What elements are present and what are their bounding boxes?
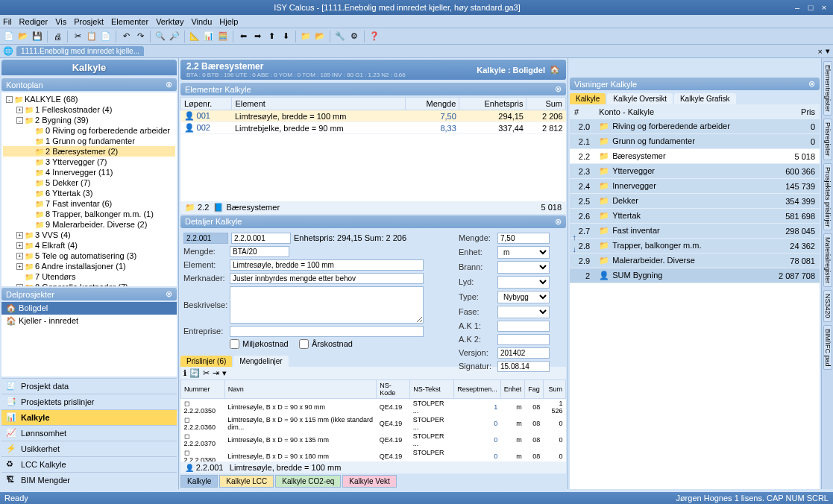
side-tab[interactable]: Materialregister — [823, 233, 832, 287]
tree-node[interactable]: 📁4 Innervegger (11) — [3, 167, 175, 177]
side-tab[interactable]: BIM/IFC pad — [823, 325, 832, 371]
bottom-tab[interactable]: Kalkyle LCC — [219, 475, 274, 488]
prislinjer-table[interactable]: NummerNavnNS-KodeNS-TekstReseptmen...Enh… — [180, 379, 566, 462]
mengde2-field[interactable] — [497, 233, 550, 244]
side-tab[interactable]: Prisregister — [823, 119, 832, 160]
tree-node[interactable]: 📁5 Dekker (7) — [3, 177, 175, 188]
nav-item-prosjekt-data[interactable]: 🧾Prosjekt data — [1, 378, 177, 394]
indent-icon[interactable]: ⇥ — [213, 368, 219, 378]
code1-field[interactable] — [183, 233, 228, 244]
side-tab[interactable]: Prosjektets prislinjer — [823, 163, 832, 231]
tree-node[interactable]: 📁1 Grunn og fundamenter — [3, 136, 175, 146]
toolbar-icon[interactable]: ↶ — [120, 31, 132, 42]
nav-item-usikkerhet[interactable]: ⚡Usikkerhet — [1, 441, 177, 456]
nav-item-prosjektets-prislinjer[interactable]: 📑Prosjektets prislinjer — [1, 394, 177, 409]
toolbar-icon[interactable]: 📄 — [100, 31, 112, 42]
menu-elementer[interactable]: Elementer — [111, 17, 148, 26]
visninger-table[interactable]: #Konto - KalkylePris2.0📁Riving og forber… — [570, 104, 820, 489]
menu-vindu[interactable]: Vindu — [191, 17, 212, 26]
toolbar-icon[interactable]: 🖨 — [51, 31, 63, 42]
visning-row[interactable]: 2.0📁Riving og forberedende arbeider0 — [570, 119, 820, 134]
arskostnad-checkbox[interactable] — [299, 339, 309, 349]
bottom-tab[interactable]: Kalkyle CO2-eq — [275, 475, 341, 488]
browser-icon[interactable]: 🌐 — [3, 46, 13, 56]
menu-hjelp[interactable]: Hjelp — [219, 17, 238, 26]
tree-node[interactable]: +📁3 VVS (4) — [3, 230, 175, 240]
mengde-field[interactable] — [230, 246, 289, 257]
nav-item-lønnsomhet[interactable]: 📈Lønnsomhet — [1, 425, 177, 441]
fase-select[interactable] — [497, 306, 550, 318]
collapse-icon[interactable]: ⊗ — [808, 79, 815, 89]
minimize-icon[interactable]: – — [791, 2, 803, 13]
collapse-icon[interactable]: ⊗ — [166, 289, 172, 299]
toolbar-icon[interactable]: ⬆ — [265, 31, 277, 42]
subtab[interactable]: Mengdelinjer — [233, 356, 288, 367]
delprosjekt-row[interactable]: 🏠 Kjeller - innredet — [1, 315, 177, 327]
tree-node[interactable]: +📁5 Tele og automatisering (3) — [3, 251, 175, 261]
tree-node[interactable]: 📁3 Yttervegger (7) — [3, 157, 175, 167]
toolbar-icon[interactable]: 📂 — [17, 31, 29, 42]
code2-field[interactable] — [231, 233, 291, 244]
tree-node[interactable]: -📁2 Bygning (39) — [3, 115, 175, 125]
miljokostnad-checkbox[interactable] — [230, 339, 239, 349]
tree-node[interactable]: +📁8 Generelle kostnader (7) — [3, 282, 175, 286]
toolbar-icon[interactable]: 🔍 — [154, 31, 166, 42]
toolbar-icon[interactable]: ⚙ — [348, 31, 360, 42]
visning-row[interactable]: 2.6📁Yttertak581 698 — [570, 209, 820, 224]
versjon-field[interactable] — [497, 347, 550, 359]
visning-tab[interactable]: Kalkyle Oversikt — [607, 93, 673, 104]
collapse-icon[interactable]: ⊗ — [555, 217, 562, 227]
toolbar-icon[interactable]: ❓ — [368, 31, 380, 42]
beskrivelse-field[interactable] — [230, 286, 424, 324]
side-tab[interactable]: Elementregister — [823, 61, 832, 116]
menu-prosjekt[interactable]: Prosjekt — [74, 17, 104, 26]
collapse-icon[interactable]: ⊗ — [555, 84, 562, 94]
tree-node[interactable]: 📁0 Riving og forberedende arbeider — [3, 125, 175, 136]
maximize-icon[interactable]: □ — [805, 2, 817, 13]
tree-node[interactable]: +📁1 Felleskostnader (4) — [3, 104, 175, 115]
ak2-field[interactable] — [497, 334, 550, 345]
toolbar-icon[interactable]: 🧮 — [217, 31, 229, 42]
menu-rediger[interactable]: Rediger — [19, 17, 48, 26]
type-select[interactable]: Nybygg — [497, 291, 550, 303]
visning-tab[interactable]: Kalkyle Grafisk — [674, 93, 736, 104]
prislinje-row[interactable]: ◻ 2.2.2.0380Limtresøyle, B x D = 90 x 18… — [181, 448, 566, 462]
visning-row[interactable]: 2.1📁Grunn og fundamenter0 — [570, 134, 820, 149]
ak1-field[interactable] — [497, 321, 550, 332]
elementer-table[interactable]: Løpenr.ElementMengdeEnhetsprisSum👤 001Li… — [180, 97, 566, 214]
toolbar-icon[interactable]: 📄 — [3, 31, 15, 42]
nav-item-bim-mengder[interactable]: 🏗BIM Mengder — [1, 472, 177, 488]
dropdown-icon[interactable]: ▾ — [826, 46, 830, 56]
visning-row[interactable]: 2.9📁Malerarbeider. Diverse78 081 — [570, 253, 820, 268]
toolbar-icon[interactable]: 📊 — [203, 31, 215, 42]
side-tab[interactable]: NS3420 — [823, 290, 832, 322]
dropdown-icon[interactable]: ▾ — [222, 368, 227, 378]
tree-node[interactable]: -📁KALKYLE (68) — [3, 94, 175, 104]
merknader-field[interactable] — [230, 273, 424, 284]
entreprise-field[interactable] — [230, 326, 424, 337]
tree-node[interactable]: 📁6 Yttertak (3) — [3, 188, 175, 198]
tree-node[interactable]: 📁7 Utendørs — [3, 271, 175, 282]
tree-node[interactable]: 📁2 Bæresystemer (2) — [3, 146, 175, 157]
collapse-icon[interactable]: ⊗ — [166, 80, 172, 89]
tree-node[interactable]: +📁6 Andre installasjoner (1) — [3, 261, 175, 271]
toolbar-icon[interactable]: ⬇ — [280, 31, 292, 42]
toolbar-icon[interactable]: 🔧 — [334, 31, 346, 42]
prislinje-row[interactable]: ◻ 2.2.2.0370Limtresøyle, B x D = 90 x 13… — [181, 432, 566, 448]
bottom-tab[interactable]: Kalkyle Vekt — [342, 475, 396, 488]
visning-row[interactable]: 2.2📁Bæresystemer5 018 — [570, 149, 820, 164]
toolbar-icon[interactable]: 📂 — [314, 31, 326, 42]
cut-icon[interactable]: ✂ — [203, 368, 210, 378]
signatur-field[interactable] — [497, 361, 550, 372]
menu-verktøy[interactable]: Verktøy — [156, 17, 183, 26]
bottom-tab[interactable]: Kalkyle — [180, 475, 218, 488]
enhet-select[interactable]: m — [497, 246, 550, 259]
toolbar-icon[interactable]: ↷ — [134, 31, 146, 42]
delprosjekt-row[interactable]: 🏠 Boligdel — [1, 302, 177, 315]
visning-row[interactable]: 2👤SUM Bygning2 087 708 — [570, 268, 820, 283]
delprosjekter-list[interactable]: 🏠 Boligdel🏠 Kjeller - innredet — [1, 302, 177, 377]
element-row[interactable]: 👤 002Limtrebjelke, bredde = 90 mm8,33337… — [181, 122, 566, 134]
refresh-icon[interactable]: 🔄 — [189, 368, 200, 378]
element-row[interactable]: 👤 001Limtresøyle, bredde = 100 mm7,50294… — [181, 110, 566, 122]
tree-node[interactable]: 📁9 Malerarbeider. Diverse (2) — [3, 219, 175, 230]
